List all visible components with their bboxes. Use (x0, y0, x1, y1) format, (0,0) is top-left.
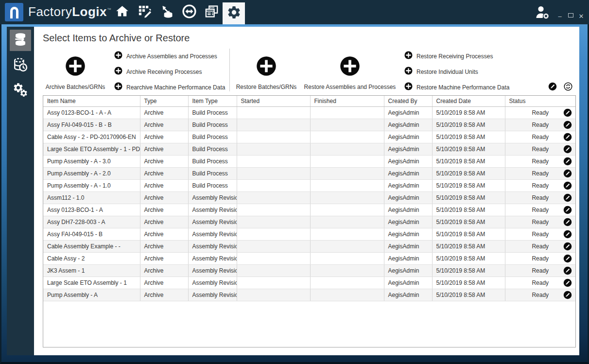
column-header[interactable]: Created By (384, 96, 432, 106)
table-row[interactable]: Large Scale ETO Assembly - 1 - PD...Arch… (43, 143, 575, 155)
edit-row-icon[interactable] (563, 206, 572, 214)
nav-sync-button[interactable] (178, 0, 200, 24)
restore-assemblies-button[interactable] (340, 56, 360, 76)
archive-assemblies-button[interactable]: Archive Assemblies and Processes (114, 51, 217, 61)
nav-settings-button[interactable] (223, 2, 245, 24)
maximize-button[interactable] (567, 12, 574, 19)
restore-batches-label[interactable]: Restore Batches/GRNs (236, 84, 297, 90)
edit-row-icon[interactable] (563, 169, 572, 178)
cell-status: Ready (505, 167, 575, 179)
restore-individual-units-button[interactable]: Restore Individual Units (404, 67, 478, 77)
minimize-button[interactable]: – (556, 13, 564, 20)
user-logout-button[interactable] (535, 5, 551, 20)
cell-type: Archive (140, 228, 188, 240)
cell-finished (310, 216, 384, 228)
cell-finished (310, 179, 384, 191)
table-row[interactable]: Large Scale ETO Assembly - 1ArchiveAssem… (43, 277, 575, 289)
table-row[interactable]: Cable Assembly Example - -ArchiveAssembl… (43, 240, 575, 252)
cell-type: Archive (140, 289, 188, 301)
cell-created-by: AegisAdmin (384, 131, 432, 143)
cell-item-name: Large Scale ETO Assembly - 1 (43, 277, 140, 289)
edit-row-icon[interactable] (563, 108, 572, 117)
rearchive-machine-data-button[interactable]: Rearchive Machine Performance Data (114, 82, 225, 92)
restore-receiving-button[interactable]: Restore Receiving Processes (404, 51, 493, 61)
table-row[interactable]: Assm112 - 1.0ArchiveAssembly RevisionAeg… (43, 191, 575, 204)
status-value: Ready (532, 134, 549, 140)
edit-row-icon[interactable] (563, 230, 572, 239)
edit-row-icon[interactable] (563, 242, 572, 251)
cell-item-name: JK3 Assem - 1 (43, 264, 140, 277)
cell-created-date: 5/10/2019 8:58 AM (432, 252, 505, 264)
table-row[interactable]: Assy 0123-BCO-1 - A - AArchiveBuild Proc… (43, 106, 575, 119)
sidebar-item-archive-settings[interactable] (10, 80, 31, 102)
table-row[interactable]: Cable Assy - 2 - PD-20170906-ENArchiveBu… (43, 131, 575, 143)
status-value: Ready (532, 158, 549, 165)
edit-row-icon[interactable] (563, 266, 572, 275)
table-row[interactable]: Pump Assembly - A - 2.0ArchiveBuild Proc… (43, 167, 575, 179)
cell-created-by: AegisAdmin (384, 179, 432, 191)
edit-row-icon[interactable] (563, 133, 572, 141)
table-row[interactable]: Assy FAI-049-015 - B - BArchiveBuild Pro… (43, 119, 575, 131)
nav-reports-button[interactable] (200, 0, 223, 24)
table-row[interactable]: Pump Assembly - A - 1.0ArchiveBuild Proc… (43, 179, 575, 191)
column-header[interactable]: Status (505, 96, 575, 106)
top-nav (111, 0, 245, 24)
column-header[interactable]: Type (140, 96, 188, 106)
column-header[interactable]: Created Date (432, 96, 505, 106)
close-button[interactable]: ✕ (577, 13, 585, 20)
archive-items-table: Item NameTypeItem TypeStartedFinishedCre… (43, 95, 576, 347)
table-row[interactable]: Pump Assembly - A - 3.0ArchiveBuild Proc… (43, 155, 575, 167)
cell-created-date: 5/10/2019 8:58 AM (432, 191, 505, 204)
column-header[interactable]: Item Name (43, 96, 140, 106)
sidebar-item-scheduled-archive[interactable] (10, 55, 31, 76)
column-header[interactable]: Started (237, 96, 310, 106)
table-row[interactable]: Assy FAI-049-015 - BArchiveAssembly Revi… (43, 228, 575, 240)
sidebar-item-archive-restore[interactable] (10, 30, 31, 51)
nav-planning-button[interactable] (133, 0, 156, 24)
status-value: Ready (532, 292, 549, 298)
table-row[interactable]: JK3 Assem - 1ArchiveAssembly RevisionAeg… (43, 264, 575, 277)
edit-row-icon[interactable] (563, 193, 572, 202)
edit-row-icon[interactable] (563, 121, 572, 129)
cell-item-type: Assembly Revision (188, 289, 237, 301)
cell-finished (310, 167, 384, 179)
cell-created-date: 5/10/2019 8:58 AM (432, 167, 505, 179)
status-value: Ready (532, 146, 549, 153)
column-header[interactable]: Finished (310, 96, 384, 106)
cell-started (237, 167, 310, 179)
maximize-icon (568, 13, 573, 17)
cell-item-name: Cable Assembly Example - - (43, 240, 140, 252)
edit-row-icon[interactable] (563, 145, 572, 154)
edit-row-icon[interactable] (563, 291, 572, 299)
edit-row-icon[interactable] (563, 218, 572, 226)
cell-finished (310, 240, 384, 252)
cell-finished (310, 228, 384, 240)
cell-item-type: Build Process (188, 167, 237, 179)
status-value: Ready (532, 194, 549, 201)
archive-batches-button[interactable] (65, 56, 86, 76)
edit-row-icon[interactable] (563, 157, 572, 166)
archive-batches-label[interactable]: Archive Batches/GRNs (46, 84, 105, 90)
restore-machine-data-button[interactable]: Restore Machine Performance Data (404, 82, 509, 92)
table-row[interactable]: Assy DH7-228-003 - AArchiveAssembly Revi… (43, 216, 575, 228)
edit-toolbar-button[interactable] (548, 82, 557, 91)
edit-row-icon[interactable] (563, 254, 572, 263)
table-row[interactable]: Pump Assembly - AArchiveAssembly Revisio… (43, 289, 575, 301)
archive-receiving-button[interactable]: Archive Receiving Processes (114, 67, 202, 77)
restore-batches-button[interactable] (256, 56, 277, 76)
column-header[interactable]: Item Type (188, 96, 237, 106)
edit-row-icon[interactable] (563, 181, 572, 190)
cell-created-by: AegisAdmin (384, 191, 432, 204)
edit-row-icon[interactable] (563, 278, 572, 287)
nav-home-button[interactable] (111, 0, 133, 24)
table-row[interactable]: Cable Assy - 2ArchiveAssembly RevisionAe… (43, 252, 575, 264)
table-row[interactable]: Assy 0123-BCO-1 - AArchiveAssembly Revis… (43, 204, 575, 216)
nav-data-import-button[interactable] (156, 0, 178, 24)
cell-started (237, 179, 310, 191)
cell-finished (310, 277, 384, 289)
cell-status: Ready (505, 264, 575, 277)
refresh-toolbar-button[interactable] (564, 82, 572, 91)
cell-status: Ready (505, 106, 575, 119)
cell-finished (310, 204, 384, 216)
restore-assemblies-label[interactable]: Restore Assemblies and Processes (304, 84, 396, 90)
